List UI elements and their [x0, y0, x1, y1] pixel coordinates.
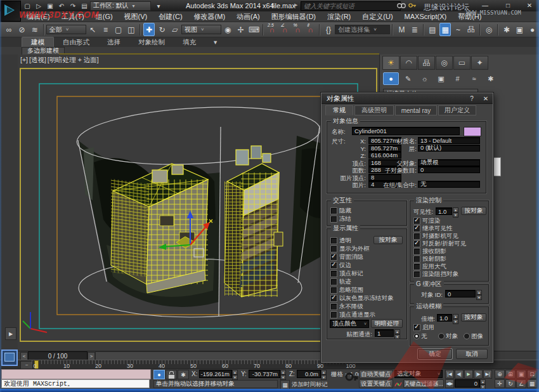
- select-by-name-icon[interactable]: ≡: [100, 23, 111, 36]
- viewport-menu-view[interactable]: [透视]: [29, 56, 46, 65]
- menu-create[interactable]: 创建(C): [153, 11, 188, 22]
- schematic-view-icon[interactable]: 品: [465, 23, 477, 36]
- undo-icon[interactable]: ↶: [56, 1, 67, 10]
- menu-views[interactable]: 视图(V): [119, 11, 153, 22]
- key-curve-icon[interactable]: [394, 381, 402, 388]
- layer-manager-icon[interactable]: ▤: [427, 23, 438, 36]
- 3dsmax-logo[interactable]: [1, 1, 21, 22]
- new-file-icon[interactable]: ▢: [22, 1, 32, 10]
- select-manipulate-icon[interactable]: ✢: [235, 23, 246, 36]
- named-sets-dropdown[interactable]: 创建选择集˅: [335, 25, 390, 34]
- save-file-icon[interactable]: ▣: [45, 1, 55, 10]
- viewport-menu-shading[interactable]: [明暗处理 + 边面]: [48, 56, 99, 65]
- use-pivot-center-icon[interactable]: ◉: [222, 23, 233, 36]
- category-spacewarps-icon[interactable]: ≈: [467, 73, 481, 84]
- freeze-checkbox[interactable]: [330, 216, 337, 223]
- time-tag-icon[interactable]: ▦: [280, 380, 290, 389]
- unlink-icon[interactable]: ⊘: [16, 23, 27, 36]
- qat-flyout-icon[interactable]: ▾: [153, 1, 164, 10]
- object-id-field[interactable]: 0: [445, 290, 476, 297]
- menu-maxscript[interactable]: MAXScript(X): [399, 11, 453, 22]
- mb-image-radio[interactable]: [464, 333, 470, 339]
- category-cameras-icon[interactable]: ▣: [434, 73, 448, 84]
- dialog-close-button[interactable]: ✕: [480, 94, 491, 103]
- edges-only-checkbox[interactable]: [330, 262, 337, 269]
- mb-object-radio[interactable]: [438, 333, 445, 339]
- object-name-field[interactable]: Cylinder001: [352, 127, 460, 135]
- select-move-icon[interactable]: ✚: [143, 23, 155, 36]
- visibility-field[interactable]: 1.0: [436, 207, 452, 215]
- material-editor-icon[interactable]: ◎: [483, 23, 495, 36]
- category-helpers-icon[interactable]: #: [450, 73, 465, 84]
- spinner-snap-icon[interactable]: ∩⇕: [305, 23, 316, 36]
- selection-region-icon[interactable]: ▢: [113, 23, 124, 36]
- ignore-extents-checkbox[interactable]: [330, 287, 337, 294]
- shaded-button[interactable]: 明暗处理: [371, 319, 403, 328]
- render-setup-icon[interactable]: ✱: [501, 23, 512, 36]
- see-through-checkbox[interactable]: [330, 237, 337, 244]
- snap-toggle-icon[interactable]: ∩2.5: [266, 23, 278, 36]
- viewport-menu-plus[interactable]: [+]: [20, 56, 28, 65]
- tab-display[interactable]: ▭: [453, 56, 471, 70]
- ribbon-tab-objectpaint[interactable]: 对象绘制: [129, 37, 174, 47]
- mb-by-object-button[interactable]: 按对象: [461, 313, 486, 322]
- curve-editor-icon[interactable]: ~: [452, 23, 464, 36]
- ribbon-more-icon[interactable]: ▾: [205, 37, 226, 47]
- ribbon-tab-selection[interactable]: 选择: [98, 37, 129, 47]
- history-arrow-icon[interactable]: ▶: [294, 3, 297, 8]
- map-channel-spinner[interactable]: ▲▼: [394, 329, 400, 337]
- graphite-toggle-icon[interactable]: ▦: [439, 23, 451, 36]
- set-key-icon[interactable]: [345, 371, 359, 388]
- apply-atmospherics-checkbox[interactable]: [413, 263, 420, 270]
- x-spinner[interactable]: ▲▼: [232, 370, 238, 378]
- receive-shadows-checkbox[interactable]: [413, 248, 420, 255]
- key-mode-toggle[interactable]: ◀▶: [445, 379, 454, 388]
- visible-to-reflection-checkbox[interactable]: [413, 240, 420, 247]
- building-right-wireframe[interactable]: [224, 146, 283, 297]
- mb-multiplier-spinner[interactable]: ▲▼: [453, 314, 458, 322]
- redo-icon[interactable]: ↷: [68, 1, 78, 10]
- ribbon-tab-populate[interactable]: 填充: [174, 37, 205, 47]
- minimize-button[interactable]: —: [477, 1, 493, 10]
- maxscript-mini-listener-output[interactable]: 欢迎使用 MAXScript。: [1, 379, 150, 388]
- dialog-tab-advlighting[interactable]: 高级照明: [354, 105, 394, 115]
- time-slider-handle[interactable]: 0 / 100: [28, 351, 88, 360]
- tab-utilities[interactable]: ✦: [471, 56, 488, 70]
- dialog-tab-general[interactable]: 常规: [325, 105, 353, 115]
- building-left-wireframe[interactable]: [111, 164, 208, 293]
- backface-cull-checkbox[interactable]: [330, 254, 337, 261]
- angle-snap-icon[interactable]: ∩∠: [279, 23, 290, 36]
- tab-motion[interactable]: ◎: [436, 56, 453, 70]
- x-coordinate-field[interactable]: -159.261m: [199, 370, 232, 378]
- previous-frame-button[interactable]: ◀|: [455, 370, 464, 379]
- workspace-dropdown[interactable]: 工作区: 默认 ▾: [90, 1, 151, 11]
- menu-modifiers[interactable]: 修改器(M): [188, 11, 231, 22]
- category-geometry-icon[interactable]: ●: [383, 72, 399, 85]
- maximize-button[interactable]: □: [500, 1, 516, 10]
- rendered-frame-icon[interactable]: ▣: [514, 23, 525, 36]
- next-frame-button[interactable]: |▶: [474, 370, 483, 379]
- object-id-spinner[interactable]: ▲▼: [476, 290, 482, 297]
- display-as-box-checkbox[interactable]: [330, 245, 337, 252]
- category-systems-icon[interactable]: ✱: [483, 73, 498, 84]
- gear-icon[interactable]: ✱: [178, 370, 189, 379]
- inherit-visibility-checkbox[interactable]: [413, 225, 420, 232]
- window-crossing-icon[interactable]: ◫: [126, 23, 137, 36]
- search-input[interactable]: 键入关键字或短语: [301, 1, 401, 11]
- mb-enabled-checkbox[interactable]: [413, 324, 420, 331]
- mirror-icon[interactable]: M: [396, 23, 407, 36]
- never-degrade-checkbox[interactable]: [330, 303, 337, 310]
- bind-spacewarp-icon[interactable]: ≋: [29, 23, 41, 36]
- open-file-icon[interactable]: ▷: [34, 1, 44, 10]
- project-folder-icon[interactable]: ▤: [79, 1, 89, 10]
- go-to-end-button[interactable]: ▶|: [483, 370, 492, 379]
- go-to-start-button[interactable]: |◀: [445, 370, 454, 379]
- add-time-tag[interactable]: 添加时间标记: [292, 381, 328, 389]
- z-spinner[interactable]: ▲▼: [321, 370, 327, 378]
- ribbon-tab-modeling[interactable]: 建模: [22, 37, 54, 47]
- hide-checkbox[interactable]: [330, 207, 337, 214]
- mb-multiplier-field[interactable]: 1.0: [437, 314, 452, 322]
- keyboard-override-icon[interactable]: ⌨: [248, 23, 260, 36]
- zoom-icon[interactable]: ⊕: [495, 370, 505, 379]
- menu-animation[interactable]: 动画(A): [231, 11, 266, 22]
